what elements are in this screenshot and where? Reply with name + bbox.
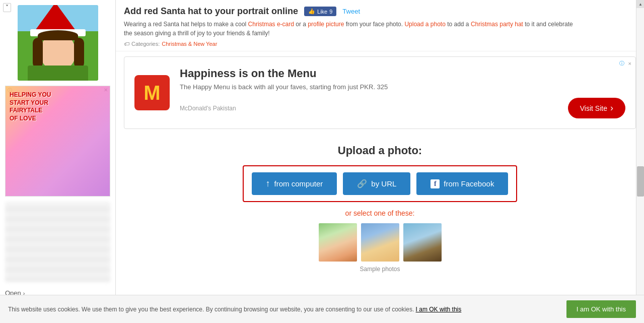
upload-title: Upload a photo: <box>124 144 636 157</box>
sidebar-ad-text: HELPING YOU START YOUR FAIRYTALE OF LOVE <box>10 91 51 122</box>
sample-photo-3[interactable] <box>403 223 442 262</box>
or-select-text: or select one of these: <box>124 209 636 217</box>
facebook-like-button[interactable]: 👍 Like 9 <box>304 7 336 16</box>
profile-picture-link[interactable]: profile picture <box>308 21 344 28</box>
page-title: Add red Santa hat to your portrait onlin… <box>124 6 298 17</box>
categories-label: Categories: <box>131 41 160 47</box>
christmas-hat-link[interactable]: Christmas party hat <box>471 21 523 28</box>
from-facebook-label: from Facebook <box>444 179 494 188</box>
portrait-face <box>18 5 98 81</box>
upload-by-url-button[interactable]: 🔗 by URL <box>343 172 410 195</box>
categories: 🏷 Categories: Christmas & New Year <box>124 41 636 47</box>
mcdonalds-logo: M <box>134 75 170 110</box>
scrollbar[interactable]: ▲ ▼ <box>636 0 644 323</box>
from-computer-label: from computer <box>274 179 323 188</box>
page-header: Add red Santa hat to your portrait onlin… <box>116 0 644 51</box>
page-description: Wearing a red Santa hat helps to make a … <box>124 20 577 38</box>
ad-close-icon[interactable]: × <box>628 60 631 67</box>
visit-site-button[interactable]: Visit Site › <box>568 98 625 118</box>
ad-banner-close[interactable]: ⓘ × <box>619 60 631 67</box>
cookie-learn-more-link[interactable]: I am OK with this <box>416 306 462 313</box>
like-count: 9 <box>329 9 332 15</box>
cookie-text: This website uses cookies. We use them t… <box>8 306 566 313</box>
sidebar-ad: ⓘ ✕ HELPING YOU START YOUR FAIRYTALE OF … <box>5 86 110 197</box>
ad-content: Happiness is on the Menu The Happy Menu … <box>180 67 625 118</box>
facebook-icon: f <box>431 179 440 188</box>
sidebar-blurred-content <box>5 202 110 282</box>
mcdonalds-m-letter: M <box>144 83 160 103</box>
tag-icon: 🏷 <box>124 41 129 47</box>
ad-subtitle: The Happy Menu is back with all your fav… <box>180 83 625 91</box>
like-icon: 👍 <box>308 8 315 15</box>
upload-link[interactable]: Upload a photo <box>404 21 445 28</box>
main-content: Add red Santa hat to your portrait onlin… <box>116 0 644 323</box>
sidebar: ˅ ⓘ ✕ <box>0 0 116 323</box>
upload-section: Upload a photo: ↑ from computer 🔗 by URL… <box>116 134 644 283</box>
or-select-prefix: or select <box>345 209 372 217</box>
scrollbar-thumb[interactable] <box>637 166 644 197</box>
visit-arrow-icon: › <box>610 103 613 113</box>
ad-banner: ⓘ × M Happiness is on the Menu The Happy… <box>124 56 636 129</box>
one-of-these-colored: one of these: <box>374 209 414 217</box>
sample-photos-container <box>124 223 636 262</box>
cookie-ok-button[interactable]: I am OK with this <box>566 300 636 318</box>
upload-from-computer-button[interactable]: ↑ from computer <box>252 172 337 195</box>
tweet-button[interactable]: Tweet <box>342 8 360 15</box>
sample-photo-2[interactable] <box>361 223 399 262</box>
sidebar-portrait-image <box>18 5 98 81</box>
cookie-message: This website uses cookies. We use them t… <box>8 306 414 313</box>
upload-from-facebook-button[interactable]: f from Facebook <box>416 172 508 195</box>
christmas-ecard-link[interactable]: Christmas e-card <box>248 21 294 28</box>
page-scroll-arrow[interactable]: ˅ <box>3 3 11 12</box>
upload-arrow-icon: ↑ <box>266 178 270 189</box>
ad-info-icon: ⓘ <box>619 60 624 67</box>
sample-photo-1[interactable] <box>319 223 357 262</box>
cookie-banner: This website uses cookies. We use them t… <box>0 295 644 323</box>
visit-site-label: Visit Site <box>580 104 607 112</box>
upload-buttons-container: ↑ from computer 🔗 by URL f from Facebook <box>243 165 518 202</box>
scroll-up-arrow[interactable]: ▲ <box>636 0 644 8</box>
like-label: Like <box>317 9 327 15</box>
ad-footer: McDonald's Pakistan Visit Site › <box>180 98 625 118</box>
by-url-label: by URL <box>371 179 396 188</box>
ad-brand: McDonald's Pakistan <box>180 105 236 112</box>
sample-photos-label: Sample photos <box>124 266 636 273</box>
url-link-icon: 🔗 <box>357 179 367 188</box>
header-top-row: Add red Santa hat to your portrait onlin… <box>124 6 636 17</box>
categories-link[interactable]: Christmas & New Year <box>162 41 217 47</box>
ad-title: Happiness is on the Menu <box>180 67 625 80</box>
